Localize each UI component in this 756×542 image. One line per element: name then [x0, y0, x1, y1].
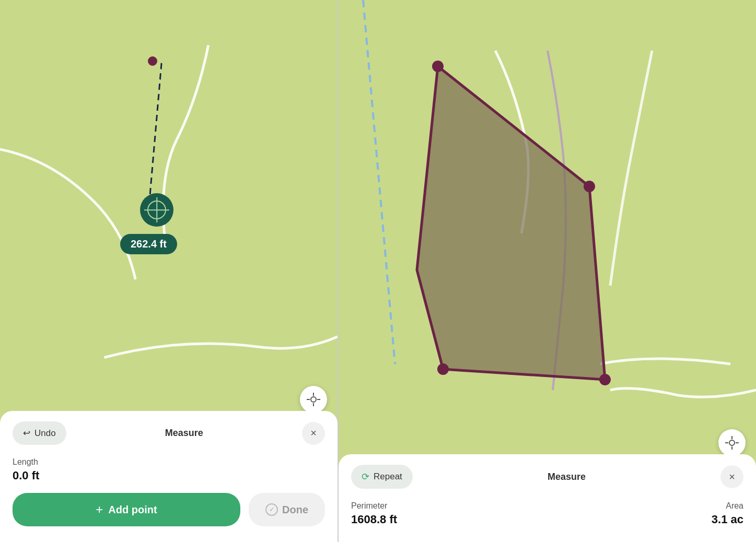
toolbar-row-right: ⟳ Repeat Measure × — [351, 465, 743, 489]
area-value: 3.1 ac — [712, 513, 743, 526]
location-icon-right — [725, 436, 739, 450]
start-point-dot — [148, 56, 157, 66]
stats-row: Perimeter 1608.8 ft Area 3.1 ac — [351, 501, 743, 526]
close-button-left[interactable]: × — [302, 422, 325, 445]
location-icon-left — [307, 393, 320, 406]
area-label: Area — [712, 501, 743, 511]
polygon-point-bottom-right — [599, 374, 611, 385]
undo-label: Undo — [34, 428, 56, 439]
perimeter-label: Perimeter — [351, 501, 397, 511]
close-icon-left: × — [310, 427, 317, 439]
area-block: Area 3.1 ac — [712, 501, 743, 526]
measure-label-right: Measure — [548, 472, 586, 482]
measure-line — [147, 63, 162, 214]
svg-marker-5 — [417, 66, 605, 380]
left-panel: 262.4 ft ↩ Undo Measure × Length — [0, 0, 339, 542]
map-left[interactable]: 262.4 ft — [0, 0, 338, 423]
plus-icon: + — [96, 502, 103, 517]
undo-icon: ↩ — [23, 428, 30, 439]
done-label: Done — [282, 504, 308, 516]
close-button-right[interactable]: × — [720, 465, 743, 488]
repeat-button[interactable]: ⟳ Repeat — [351, 465, 413, 489]
perimeter-value: 1608.8 ft — [351, 513, 397, 526]
distance-label: 262.4 ft — [120, 234, 177, 254]
toolbar-row-left: ↩ Undo Measure × — [13, 421, 325, 445]
polygon-point-bottom-left — [437, 363, 449, 375]
controls-left: ↩ Undo Measure × Length 0.0 ft + Add poi… — [0, 411, 338, 542]
add-point-button[interactable]: + Add point — [13, 493, 240, 526]
undo-button[interactable]: ↩ Undo — [13, 421, 66, 445]
action-row-left: + Add point ✓ Done — [13, 493, 325, 526]
svg-point-0 — [311, 397, 316, 402]
location-button-left[interactable] — [300, 386, 327, 413]
right-panel: ⟳ Repeat Measure × Perimeter 1608.8 ft A… — [339, 0, 756, 542]
crosshair-target — [140, 193, 173, 227]
perimeter-block: Perimeter 1608.8 ft — [351, 501, 397, 526]
measure-label-left: Measure — [165, 428, 203, 439]
close-icon-right: × — [729, 471, 735, 483]
done-check-icon: ✓ — [265, 503, 278, 516]
length-value: 0.0 ft — [13, 469, 325, 482]
length-section: Length 0.0 ft — [13, 457, 325, 482]
done-button[interactable]: ✓ Done — [249, 493, 325, 526]
controls-right: ⟳ Repeat Measure × Perimeter 1608.8 ft A… — [339, 454, 756, 542]
map-right[interactable] — [339, 0, 756, 467]
polygon-point-right — [584, 181, 595, 192]
repeat-label: Repeat — [374, 472, 402, 482]
length-label: Length — [13, 457, 325, 467]
polygon-area — [339, 0, 756, 467]
polygon-point-top — [432, 61, 444, 72]
check-icon: ✓ — [269, 506, 274, 513]
svg-point-6 — [729, 440, 735, 445]
repeat-icon: ⟳ — [362, 471, 369, 482]
add-point-label: Add point — [108, 504, 157, 516]
location-button-right[interactable] — [718, 429, 746, 456]
